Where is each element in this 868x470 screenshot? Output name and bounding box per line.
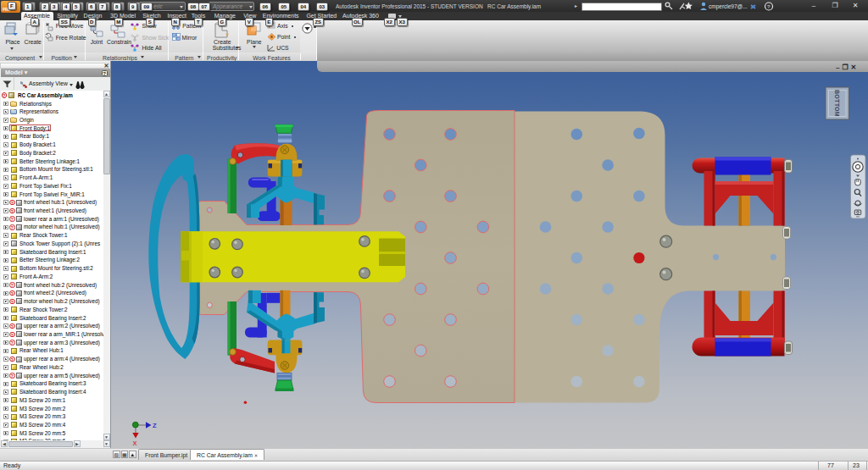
svg-text:?: ? — [767, 4, 771, 9]
svg-text:X: X — [133, 440, 137, 447]
svg-text:BOTTOM: BOTTOM — [834, 90, 840, 117]
svg-text:cmpercle97@...: cmpercle97@... — [709, 3, 748, 10]
svg-text:Z: Z — [153, 422, 157, 429]
